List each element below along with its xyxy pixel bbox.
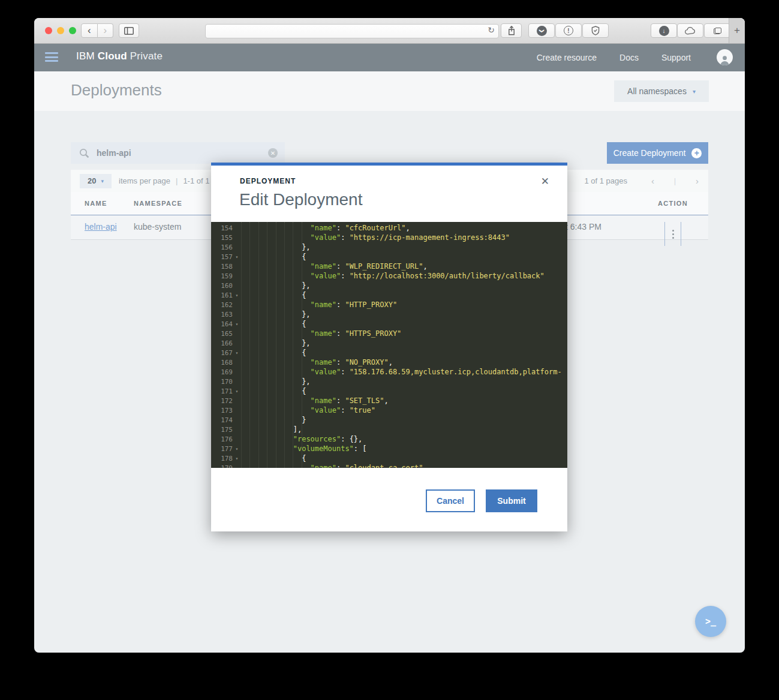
browser-toolbar: ‹ › ↻ ❯ ! ↓ — [34, 18, 745, 44]
history-nav: ‹ › — [81, 23, 113, 38]
code-text: }, — [241, 310, 311, 319]
code-lines: 154 "name": "cfcRouterUrl",155 "value": … — [211, 222, 567, 468]
code-line: 174 } — [211, 415, 567, 425]
code-text: "name": "HTTP_PROXY" — [241, 301, 397, 309]
code-line: 166 }, — [211, 338, 567, 348]
code-line: 170 }, — [211, 377, 567, 386]
code-line: 161▾ { — [211, 290, 567, 300]
submit-button[interactable]: Submit — [486, 489, 537, 512]
code-text: { — [241, 253, 306, 261]
close-icon[interactable]: ✕ — [537, 175, 553, 188]
code-text: "name": "cfcRouterUrl", — [241, 224, 410, 232]
code-line: 175 ], — [211, 425, 567, 434]
fold-caret-icon[interactable]: ▾ — [233, 389, 241, 394]
shield-icon — [591, 26, 600, 35]
code-line: 158 "name": "WLP_REDIRECT_URL", — [211, 262, 567, 271]
code-line: 159 "value": "http://localhost:3000/auth… — [211, 271, 567, 281]
code-line: 176 "resources": {}, — [211, 434, 567, 444]
code-text: }, — [241, 377, 311, 386]
line-number: 175 — [211, 426, 233, 434]
cancel-button[interactable]: Cancel — [426, 489, 475, 512]
edit-deployment-modal: DEPLOYMENT Edit Deployment ✕ 154 "name":… — [211, 163, 567, 531]
line-number: 160 — [211, 282, 233, 290]
forward-button[interactable]: › — [98, 23, 114, 38]
code-text: { — [241, 454, 306, 462]
browser-window: ‹ › ↻ ❯ ! ↓ — [34, 18, 745, 653]
cloud-icon — [685, 27, 696, 35]
code-line: 164▾ { — [211, 319, 567, 329]
code-text: "volumeMounts": [ — [241, 444, 367, 453]
code-text: "value": "https://icp-management-ingress… — [241, 233, 510, 242]
code-line: 169 "value": "158.176.68.59,mycluster.ic… — [211, 367, 567, 377]
code-line: 156 }, — [211, 242, 567, 252]
line-number: 157 — [211, 253, 233, 261]
fold-caret-icon[interactable]: ▾ — [233, 254, 241, 260]
modal-accent-bar — [211, 163, 567, 166]
new-tab-button[interactable]: + — [729, 18, 745, 43]
line-number: 156 — [211, 244, 233, 251]
back-button[interactable]: ‹ — [81, 23, 98, 38]
line-number: 172 — [211, 397, 233, 405]
line-number: 163 — [211, 311, 233, 319]
pocket-icon: ❯ — [537, 26, 547, 36]
code-text: "resources": {}, — [241, 435, 362, 443]
downloads-button[interactable]: ↓ — [651, 23, 677, 38]
code-text: "name": "SET_TLS", — [241, 396, 389, 405]
code-line: 168 "name": "NO_PROXY", — [211, 357, 567, 367]
code-text: { — [241, 387, 306, 395]
code-text: }, — [241, 339, 311, 347]
line-number: 169 — [211, 368, 233, 376]
reload-icon[interactable]: ↻ — [488, 25, 495, 35]
code-line: 157▾ { — [211, 252, 567, 262]
fold-caret-icon[interactable]: ▾ — [233, 456, 241, 461]
line-number: 178 — [211, 455, 233, 462]
line-number: 165 — [211, 330, 233, 338]
modal-eyebrow: DEPLOYMENT — [240, 177, 296, 185]
code-text: } — [241, 416, 306, 424]
code-line: 167▾ { — [211, 348, 567, 357]
url-field[interactable]: ↻ — [205, 24, 499, 38]
line-number: 154 — [211, 224, 233, 232]
sidebar-toggle-button[interactable] — [119, 23, 139, 38]
line-number: 173 — [211, 407, 233, 414]
code-line: 162 "name": "HTTP_PROXY" — [211, 300, 567, 310]
content-blocker-button[interactable] — [582, 23, 609, 38]
line-number: 159 — [211, 272, 233, 280]
zoom-window-button[interactable] — [69, 27, 76, 34]
line-number: 164 — [211, 320, 233, 328]
sidebar-icon — [124, 27, 134, 35]
line-number: 161 — [211, 292, 233, 299]
code-text: "value": "true" — [241, 406, 375, 414]
line-number: 176 — [211, 435, 233, 443]
code-line: 178▾ { — [211, 453, 567, 463]
show-all-tabs-button[interactable] — [704, 23, 730, 38]
code-line: 154 "name": "cfcRouterUrl", — [211, 223, 567, 233]
line-number: 174 — [211, 416, 233, 424]
modal-footer: Cancel Submit — [211, 468, 567, 531]
code-text: "value": "http://localhost:3000/auth/lib… — [241, 272, 545, 280]
code-line: 177▾ "volumeMounts": [ — [211, 444, 567, 453]
code-line: 179 "name": "cloudant-ca-cert" — [211, 463, 567, 468]
line-number: 177 — [211, 445, 233, 453]
fold-caret-icon[interactable]: ▾ — [233, 293, 241, 298]
onepassword-button[interactable]: ! — [555, 23, 582, 38]
tabs-icon — [714, 28, 721, 34]
code-text: { — [241, 320, 306, 328]
minimize-window-button[interactable] — [57, 27, 64, 34]
share-button[interactable] — [501, 23, 522, 38]
fold-caret-icon[interactable]: ▾ — [233, 446, 241, 452]
code-text: }, — [241, 281, 311, 290]
screenshot-canvas: { "colors":{ "primary":"#4178be", "modal… — [0, 0, 779, 700]
code-editor[interactable]: 154 "name": "cfcRouterUrl",155 "value": … — [211, 222, 567, 468]
code-text: }, — [241, 243, 311, 251]
code-line: 155 "value": "https://icp-management-ing… — [211, 233, 567, 242]
download-icon: ↓ — [659, 26, 669, 36]
fold-caret-icon[interactable]: ▾ — [233, 350, 241, 356]
icloud-tabs-button[interactable] — [677, 23, 703, 38]
modal-title: Edit Deployment — [239, 190, 362, 209]
code-text: { — [241, 349, 306, 357]
pocket-button[interactable]: ❯ — [528, 23, 555, 38]
code-line: 160 }, — [211, 281, 567, 290]
fold-caret-icon[interactable]: ▾ — [233, 322, 241, 327]
close-window-button[interactable] — [45, 27, 52, 34]
